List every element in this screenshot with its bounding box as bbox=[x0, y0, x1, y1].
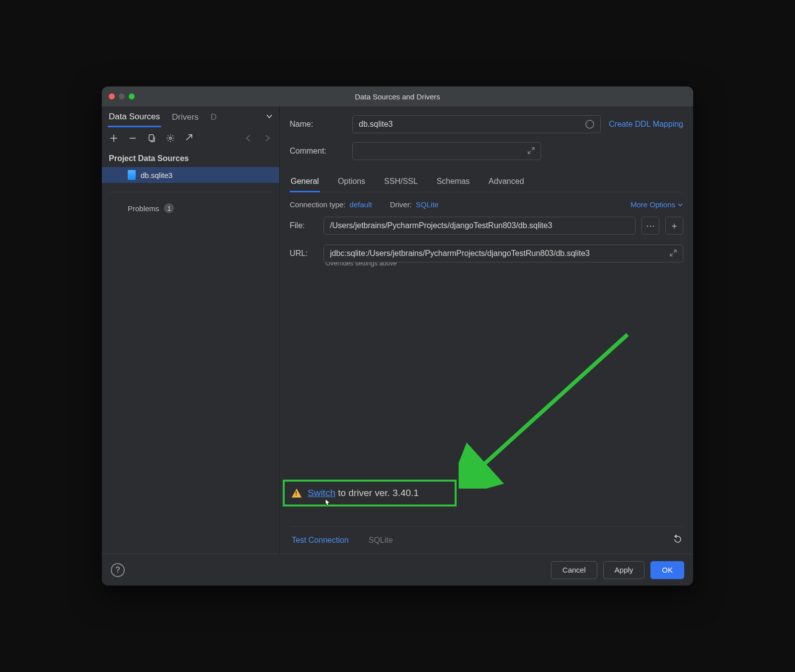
connection-type-label: Connection type: bbox=[290, 200, 346, 209]
nav-back-icon[interactable] bbox=[243, 133, 253, 143]
nav-forward-icon[interactable] bbox=[262, 133, 272, 143]
switch-driver-banner: Switch to driver ver. 3.40.1 bbox=[283, 480, 457, 506]
titlebar: Data Sources and Drivers bbox=[102, 86, 693, 106]
comment-label: Comment: bbox=[290, 147, 344, 156]
sidebar-tabs: Data Sources Drivers D bbox=[102, 106, 279, 128]
sidebar-toolbar bbox=[102, 128, 279, 148]
more-options-dropdown[interactable]: More Options bbox=[631, 200, 683, 209]
help-button[interactable]: ? bbox=[111, 563, 125, 577]
data-sources-dialog: Data Sources and Drivers Data Sources Dr… bbox=[102, 86, 693, 586]
apply-button[interactable]: Apply bbox=[603, 561, 645, 579]
browse-file-button[interactable]: ⋯ bbox=[641, 217, 659, 235]
svg-line-2 bbox=[474, 335, 628, 474]
color-picker-icon[interactable] bbox=[585, 120, 594, 129]
problems-row[interactable]: Problems 1 bbox=[102, 201, 279, 215]
connection-type-value[interactable]: default bbox=[350, 200, 372, 209]
subtab-schemas[interactable]: Schemas bbox=[436, 172, 471, 192]
settings-gear-icon[interactable] bbox=[165, 133, 175, 143]
cancel-button[interactable]: Cancel bbox=[551, 561, 597, 579]
plus-icon: ＋ bbox=[670, 220, 679, 232]
file-value: /Users/jetbrains/PycharmProjects/djangoT… bbox=[330, 221, 552, 230]
url-label: URL: bbox=[290, 249, 318, 258]
project-data-sources-header: Project Data Sources bbox=[102, 148, 279, 167]
ok-button[interactable]: OK bbox=[650, 561, 684, 579]
test-connection-link[interactable]: Test Connection bbox=[292, 536, 349, 545]
tab-overflow-chevron-icon[interactable] bbox=[263, 110, 275, 125]
remove-icon[interactable] bbox=[128, 133, 138, 143]
name-input[interactable]: db.sqlite3 bbox=[352, 115, 601, 133]
tab-drivers[interactable]: Drivers bbox=[171, 108, 200, 126]
expand-icon[interactable] bbox=[528, 147, 535, 156]
comment-input[interactable] bbox=[352, 142, 541, 160]
sidebar: Data Sources Drivers D bbox=[102, 106, 280, 554]
button-bar: ? Cancel Apply OK bbox=[102, 554, 693, 586]
add-icon[interactable] bbox=[109, 133, 119, 143]
reset-icon[interactable] bbox=[672, 534, 683, 547]
create-file-button[interactable]: ＋ bbox=[665, 217, 683, 235]
subtab-options[interactable]: Options bbox=[337, 172, 366, 192]
problems-count-badge: 1 bbox=[164, 203, 174, 213]
sidebar-divider bbox=[109, 192, 272, 192]
driver-name-footer: SQLite bbox=[369, 536, 393, 545]
dialog-body: Data Sources Drivers D bbox=[102, 106, 693, 554]
expand-url-icon[interactable] bbox=[670, 250, 677, 258]
svg-rect-0 bbox=[149, 135, 154, 141]
detail-subtabs: General Options SSH/SSL Schemas Advanced bbox=[290, 172, 683, 192]
ellipsis-icon: ⋯ bbox=[646, 220, 655, 231]
connection-meta-row: Connection type: default Driver: SQLite … bbox=[290, 192, 683, 217]
tab-data-sources[interactable]: Data Sources bbox=[108, 108, 161, 127]
duplicate-icon[interactable] bbox=[147, 133, 157, 143]
driver-value[interactable]: SQLite bbox=[416, 200, 439, 209]
subtab-general[interactable]: General bbox=[290, 172, 320, 192]
url-value: jdbc:sqlite:/Users/jetbrains/PycharmProj… bbox=[330, 249, 590, 258]
more-options-label: More Options bbox=[631, 200, 675, 209]
subtab-advanced[interactable]: Advanced bbox=[487, 172, 525, 192]
make-global-icon[interactable] bbox=[184, 133, 194, 143]
annotation-arrow-icon bbox=[459, 330, 637, 489]
data-source-label: db.sqlite3 bbox=[141, 171, 172, 179]
cursor-pointer-icon bbox=[322, 498, 332, 512]
dialog-title: Data Sources and Drivers bbox=[102, 92, 693, 101]
svg-point-1 bbox=[169, 137, 171, 139]
create-ddl-mapping-link[interactable]: Create DDL Mapping bbox=[609, 120, 683, 129]
data-source-item[interactable]: db.sqlite3 bbox=[102, 167, 279, 183]
main-spacer: Switch to driver ver. 3.40.1 bbox=[290, 267, 683, 526]
main-panel: Name: db.sqlite3 Create DDL Mapping Comm… bbox=[280, 106, 693, 554]
name-value: db.sqlite3 bbox=[359, 120, 393, 129]
driver-label: Driver: bbox=[390, 200, 412, 209]
chevron-down-icon bbox=[677, 202, 683, 208]
switch-driver-text: to driver ver. 3.40.1 bbox=[335, 488, 419, 498]
name-label: Name: bbox=[290, 120, 344, 129]
subtab-ssh-ssl[interactable]: SSH/SSL bbox=[383, 172, 419, 192]
switch-driver-link[interactable]: Switch bbox=[308, 488, 335, 498]
problems-label: Problems bbox=[128, 204, 159, 213]
warning-icon bbox=[292, 489, 302, 498]
file-input[interactable]: /Users/jetbrains/PycharmProjects/djangoT… bbox=[323, 217, 636, 235]
tab-truncated[interactable]: D bbox=[210, 108, 218, 126]
url-input[interactable]: jdbc:sqlite:/Users/jetbrains/PycharmProj… bbox=[323, 245, 683, 262]
sqlite-file-icon bbox=[128, 170, 136, 180]
file-label: File: bbox=[290, 221, 318, 230]
footer-info-row: Test Connection SQLite bbox=[290, 526, 683, 554]
